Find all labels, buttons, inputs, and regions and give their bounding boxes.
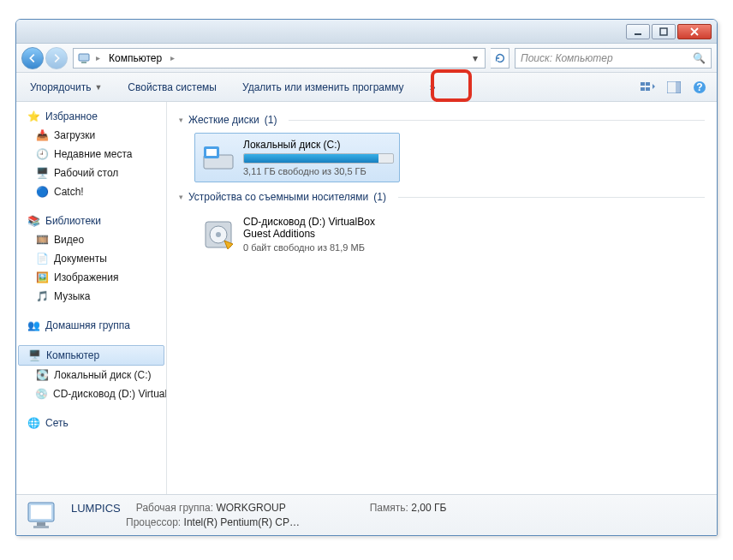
computer-icon (25, 499, 61, 532)
svg-rect-21 (37, 522, 45, 526)
catch-icon: 🔵 (35, 185, 49, 199)
hdd-icon (200, 140, 236, 176)
computer-icon (77, 51, 91, 65)
preview-pane-button[interactable] (665, 79, 682, 96)
chevron-down-icon: ▾ (179, 116, 183, 124)
sidebar-item-pictures[interactable]: 🖼️Изображения (16, 268, 166, 287)
status-computer-name: LUMPICS (71, 502, 121, 515)
sidebar-item-cd-drive[interactable]: 💿CD-дисковод (D:) VirtualBox Guest Addit… (16, 384, 166, 403)
sidebar-item-video[interactable]: 🎞️Видео (16, 230, 166, 249)
refresh-button[interactable] (491, 48, 510, 69)
explorer-window: ▸ Компьютер ▸ ▾ Поиск: Компьютер 🔍 Упоря… (15, 19, 718, 536)
sidebar-item-downloads[interactable]: 📥Загрузки (16, 126, 166, 145)
svg-rect-22 (33, 526, 49, 528)
svg-rect-0 (635, 33, 641, 35)
svg-rect-2 (79, 54, 89, 61)
toolbar: Упорядочить ▼ Свойства системы Удалить и… (16, 73, 717, 102)
cd-icon (200, 217, 236, 253)
sidebar: ⭐Избранное 📥Загрузки 🕘Недавние места 🖥️Р… (16, 102, 167, 494)
drive-usage-bar (243, 153, 394, 164)
svg-rect-9 (676, 81, 681, 93)
help-button[interactable]: ? (691, 79, 708, 96)
documents-icon: 📄 (35, 252, 49, 265)
music-icon: 🎵 (35, 289, 49, 303)
back-button[interactable] (21, 47, 44, 69)
sidebar-computer-header[interactable]: 🖥️Компьютер (18, 345, 164, 366)
uninstall-program-button[interactable]: Удалить или изменить программу (237, 78, 409, 97)
body: ⭐Избранное 📥Загрузки 🕘Недавние места 🖥️Р… (16, 102, 717, 494)
sidebar-item-desktop[interactable]: 🖥️Рабочий стол (16, 164, 166, 182)
sidebar-item-documents[interactable]: 📄Документы (16, 249, 166, 268)
sidebar-libraries-header[interactable]: 📚Библиотеки (16, 211, 166, 230)
forward-button[interactable] (45, 47, 68, 69)
downloads-icon: 📥 (35, 128, 49, 142)
address-bar[interactable]: ▸ Компьютер ▸ ▾ (73, 48, 486, 69)
section-hard-drives[interactable]: ▾ Жесткие диски (1) (179, 114, 705, 126)
desktop-icon: 🖥️ (35, 166, 49, 180)
svg-rect-4 (641, 82, 645, 86)
homegroup-icon: 👥 (27, 319, 40, 332)
svg-rect-1 (660, 28, 667, 35)
pictures-icon: 🖼️ (35, 271, 49, 284)
minimize-button[interactable] (626, 24, 650, 39)
drive-name: CD-дисковод (D:) VirtualBox Guest Additi… (243, 216, 394, 240)
recent-icon: 🕘 (35, 147, 49, 161)
sidebar-item-catch[interactable]: 🔵Catch! (16, 182, 166, 201)
svg-rect-3 (81, 62, 86, 63)
drive-free-text: 3,11 ГБ свободно из 30,5 ГБ (243, 166, 394, 176)
statusbar: LUMPICS Рабочая группа: WORKGROUP Память… (16, 494, 717, 535)
drive-name: Локальный диск (C:) (243, 139, 394, 151)
svg-rect-20 (31, 505, 51, 519)
chevron-right-icon: ▸ (170, 53, 175, 63)
content-pane: ▾ Жесткие диски (1) Локальный диск (C:) … (167, 102, 717, 494)
video-icon: 🎞️ (35, 233, 49, 247)
drive-free-text: 0 байт свободно из 81,9 МБ (243, 242, 394, 253)
view-options-button[interactable] (640, 79, 657, 96)
chevron-down-icon: ▾ (179, 193, 183, 201)
drive-local-c[interactable]: Локальный диск (C:) 3,11 ГБ свободно из … (194, 133, 400, 182)
sidebar-item-local-disk[interactable]: 💽Локальный диск (C:) (16, 366, 166, 384)
libraries-icon: 📚 (27, 214, 40, 228)
star-icon: ⭐ (27, 110, 40, 123)
close-button[interactable] (677, 24, 712, 39)
chevron-right-icon: ▸ (96, 53, 100, 63)
svg-text:?: ? (696, 81, 702, 93)
svg-rect-7 (646, 87, 650, 91)
search-placeholder: Поиск: Компьютер (521, 52, 613, 64)
breadcrumb-computer[interactable]: Компьютер (105, 51, 165, 66)
search-icon: 🔍 (693, 52, 706, 64)
system-properties-button[interactable]: Свойства системы (122, 78, 222, 97)
sidebar-item-recent[interactable]: 🕘Недавние места (16, 145, 166, 164)
hdd-icon: 💽 (35, 368, 49, 382)
svg-rect-6 (641, 87, 645, 91)
titlebar (16, 20, 717, 44)
sidebar-network-header[interactable]: 🌐Сеть (16, 414, 166, 432)
svg-rect-14 (206, 149, 217, 156)
drive-cd-d[interactable]: CD-дисковод (D:) VirtualBox Guest Additi… (194, 210, 400, 259)
navbar: ▸ Компьютер ▸ ▾ Поиск: Компьютер 🔍 (16, 44, 717, 73)
computer-icon: 🖥️ (27, 349, 41, 362)
maximize-button[interactable] (652, 24, 676, 39)
network-icon: 🌐 (27, 416, 40, 430)
toolbar-overflow-button[interactable]: » (425, 78, 441, 97)
sidebar-homegroup-header[interactable]: 👥Домашняя группа (16, 316, 166, 335)
sidebar-item-music[interactable]: 🎵Музыка (16, 287, 166, 306)
svg-point-17 (216, 232, 221, 237)
cd-icon: 💿 (35, 387, 48, 401)
organize-menu[interactable]: Упорядочить ▼ (25, 78, 107, 97)
search-box[interactable]: Поиск: Компьютер 🔍 (515, 48, 712, 69)
address-dropdown[interactable]: ▾ (469, 52, 481, 64)
section-removable[interactable]: ▾ Устройства со съемными носителями (1) (179, 191, 705, 203)
sidebar-favorites-header[interactable]: ⭐Избранное (16, 107, 166, 126)
svg-rect-5 (646, 82, 650, 86)
